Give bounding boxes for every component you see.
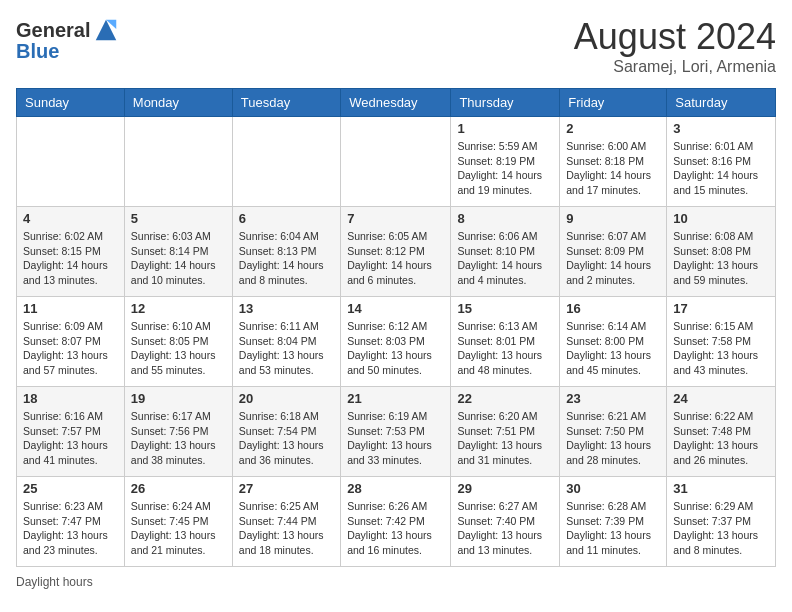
day-info: Sunrise: 5:59 AMSunset: 8:19 PMDaylight:… — [457, 139, 553, 198]
calendar-cell: 12Sunrise: 6:10 AMSunset: 8:05 PMDayligh… — [124, 297, 232, 387]
day-number: 22 — [457, 391, 553, 406]
day-info: Sunrise: 6:24 AMSunset: 7:45 PMDaylight:… — [131, 499, 226, 558]
calendar-cell: 27Sunrise: 6:25 AMSunset: 7:44 PMDayligh… — [232, 477, 340, 567]
calendar-cell — [124, 117, 232, 207]
day-info: Sunrise: 6:28 AMSunset: 7:39 PMDaylight:… — [566, 499, 660, 558]
calendar-week-row: 18Sunrise: 6:16 AMSunset: 7:57 PMDayligh… — [17, 387, 776, 477]
day-info: Sunrise: 6:01 AMSunset: 8:16 PMDaylight:… — [673, 139, 769, 198]
calendar-cell: 31Sunrise: 6:29 AMSunset: 7:37 PMDayligh… — [667, 477, 776, 567]
calendar-cell: 4Sunrise: 6:02 AMSunset: 8:15 PMDaylight… — [17, 207, 125, 297]
day-number: 19 — [131, 391, 226, 406]
calendar-header-monday: Monday — [124, 89, 232, 117]
footer-note: Daylight hours — [16, 575, 776, 589]
daylight-hours-label: Daylight hours — [16, 575, 93, 589]
calendar-cell: 9Sunrise: 6:07 AMSunset: 8:09 PMDaylight… — [560, 207, 667, 297]
logo-icon — [92, 16, 120, 44]
day-number: 2 — [566, 121, 660, 136]
calendar-cell: 8Sunrise: 6:06 AMSunset: 8:10 PMDaylight… — [451, 207, 560, 297]
calendar-week-row: 1Sunrise: 5:59 AMSunset: 8:19 PMDaylight… — [17, 117, 776, 207]
logo-blue-text: Blue — [16, 40, 59, 63]
day-info: Sunrise: 6:03 AMSunset: 8:14 PMDaylight:… — [131, 229, 226, 288]
day-info: Sunrise: 6:00 AMSunset: 8:18 PMDaylight:… — [566, 139, 660, 198]
day-number: 26 — [131, 481, 226, 496]
day-number: 3 — [673, 121, 769, 136]
day-number: 12 — [131, 301, 226, 316]
calendar-header-row: SundayMondayTuesdayWednesdayThursdayFrid… — [17, 89, 776, 117]
calendar-cell: 21Sunrise: 6:19 AMSunset: 7:53 PMDayligh… — [341, 387, 451, 477]
day-info: Sunrise: 6:16 AMSunset: 7:57 PMDaylight:… — [23, 409, 118, 468]
calendar-cell: 18Sunrise: 6:16 AMSunset: 7:57 PMDayligh… — [17, 387, 125, 477]
day-number: 21 — [347, 391, 444, 406]
day-number: 27 — [239, 481, 334, 496]
day-info: Sunrise: 6:07 AMSunset: 8:09 PMDaylight:… — [566, 229, 660, 288]
day-info: Sunrise: 6:23 AMSunset: 7:47 PMDaylight:… — [23, 499, 118, 558]
day-info: Sunrise: 6:27 AMSunset: 7:40 PMDaylight:… — [457, 499, 553, 558]
logo: General Blue — [16, 16, 120, 63]
day-number: 8 — [457, 211, 553, 226]
day-info: Sunrise: 6:06 AMSunset: 8:10 PMDaylight:… — [457, 229, 553, 288]
day-number: 7 — [347, 211, 444, 226]
logo-general: General — [16, 19, 90, 42]
calendar-cell: 15Sunrise: 6:13 AMSunset: 8:01 PMDayligh… — [451, 297, 560, 387]
day-number: 16 — [566, 301, 660, 316]
calendar-cell: 29Sunrise: 6:27 AMSunset: 7:40 PMDayligh… — [451, 477, 560, 567]
day-info: Sunrise: 6:02 AMSunset: 8:15 PMDaylight:… — [23, 229, 118, 288]
day-number: 31 — [673, 481, 769, 496]
day-number: 4 — [23, 211, 118, 226]
day-number: 25 — [23, 481, 118, 496]
day-info: Sunrise: 6:26 AMSunset: 7:42 PMDaylight:… — [347, 499, 444, 558]
day-number: 23 — [566, 391, 660, 406]
calendar-cell: 3Sunrise: 6:01 AMSunset: 8:16 PMDaylight… — [667, 117, 776, 207]
day-number: 17 — [673, 301, 769, 316]
page-header: General Blue August 2024 Saramej, Lori, … — [16, 16, 776, 76]
day-number: 18 — [23, 391, 118, 406]
day-number: 14 — [347, 301, 444, 316]
calendar-cell: 22Sunrise: 6:20 AMSunset: 7:51 PMDayligh… — [451, 387, 560, 477]
day-number: 13 — [239, 301, 334, 316]
calendar-cell: 10Sunrise: 6:08 AMSunset: 8:08 PMDayligh… — [667, 207, 776, 297]
day-info: Sunrise: 6:17 AMSunset: 7:56 PMDaylight:… — [131, 409, 226, 468]
day-info: Sunrise: 6:13 AMSunset: 8:01 PMDaylight:… — [457, 319, 553, 378]
calendar-cell: 1Sunrise: 5:59 AMSunset: 8:19 PMDaylight… — [451, 117, 560, 207]
calendar-cell: 26Sunrise: 6:24 AMSunset: 7:45 PMDayligh… — [124, 477, 232, 567]
day-info: Sunrise: 6:20 AMSunset: 7:51 PMDaylight:… — [457, 409, 553, 468]
day-number: 10 — [673, 211, 769, 226]
calendar-week-row: 11Sunrise: 6:09 AMSunset: 8:07 PMDayligh… — [17, 297, 776, 387]
calendar-cell: 24Sunrise: 6:22 AMSunset: 7:48 PMDayligh… — [667, 387, 776, 477]
day-number: 1 — [457, 121, 553, 136]
day-number: 28 — [347, 481, 444, 496]
day-info: Sunrise: 6:18 AMSunset: 7:54 PMDaylight:… — [239, 409, 334, 468]
month-year-title: August 2024 — [574, 16, 776, 58]
day-info: Sunrise: 6:25 AMSunset: 7:44 PMDaylight:… — [239, 499, 334, 558]
calendar-cell — [232, 117, 340, 207]
calendar-header-saturday: Saturday — [667, 89, 776, 117]
day-number: 11 — [23, 301, 118, 316]
calendar-week-row: 4Sunrise: 6:02 AMSunset: 8:15 PMDaylight… — [17, 207, 776, 297]
location-subtitle: Saramej, Lori, Armenia — [574, 58, 776, 76]
calendar-cell: 20Sunrise: 6:18 AMSunset: 7:54 PMDayligh… — [232, 387, 340, 477]
calendar-cell: 30Sunrise: 6:28 AMSunset: 7:39 PMDayligh… — [560, 477, 667, 567]
calendar-cell: 25Sunrise: 6:23 AMSunset: 7:47 PMDayligh… — [17, 477, 125, 567]
day-number: 30 — [566, 481, 660, 496]
calendar-cell: 28Sunrise: 6:26 AMSunset: 7:42 PMDayligh… — [341, 477, 451, 567]
day-info: Sunrise: 6:21 AMSunset: 7:50 PMDaylight:… — [566, 409, 660, 468]
day-number: 9 — [566, 211, 660, 226]
day-info: Sunrise: 6:10 AMSunset: 8:05 PMDaylight:… — [131, 319, 226, 378]
calendar-header-tuesday: Tuesday — [232, 89, 340, 117]
day-info: Sunrise: 6:08 AMSunset: 8:08 PMDaylight:… — [673, 229, 769, 288]
calendar-cell: 19Sunrise: 6:17 AMSunset: 7:56 PMDayligh… — [124, 387, 232, 477]
day-info: Sunrise: 6:04 AMSunset: 8:13 PMDaylight:… — [239, 229, 334, 288]
day-number: 5 — [131, 211, 226, 226]
calendar-header-thursday: Thursday — [451, 89, 560, 117]
title-block: August 2024 Saramej, Lori, Armenia — [574, 16, 776, 76]
day-number: 20 — [239, 391, 334, 406]
day-number: 6 — [239, 211, 334, 226]
calendar-cell: 17Sunrise: 6:15 AMSunset: 7:58 PMDayligh… — [667, 297, 776, 387]
day-info: Sunrise: 6:29 AMSunset: 7:37 PMDaylight:… — [673, 499, 769, 558]
day-info: Sunrise: 6:14 AMSunset: 8:00 PMDaylight:… — [566, 319, 660, 378]
day-number: 24 — [673, 391, 769, 406]
day-info: Sunrise: 6:05 AMSunset: 8:12 PMDaylight:… — [347, 229, 444, 288]
calendar-header-friday: Friday — [560, 89, 667, 117]
calendar-cell: 14Sunrise: 6:12 AMSunset: 8:03 PMDayligh… — [341, 297, 451, 387]
day-number: 29 — [457, 481, 553, 496]
